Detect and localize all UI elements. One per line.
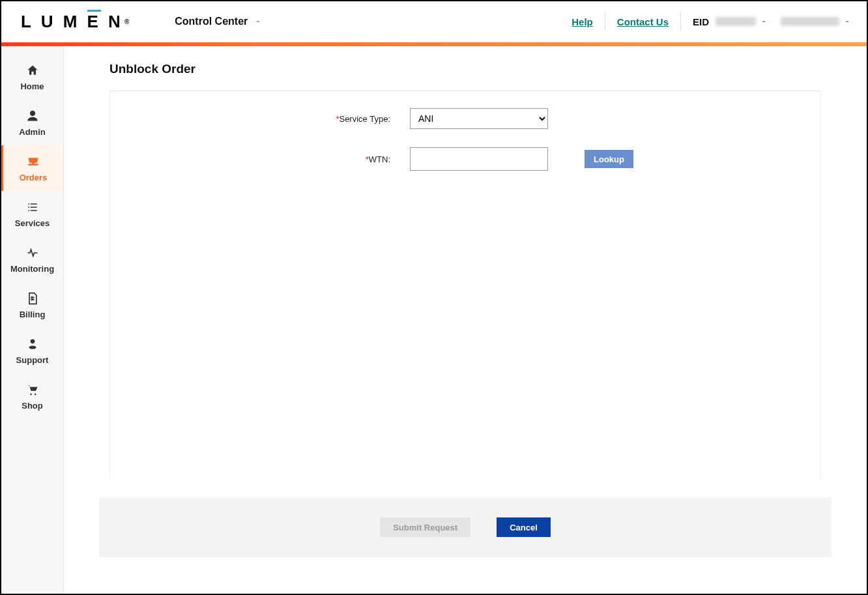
form-panel: *Service Type: ANI *WTN: Lookup [109,91,821,479]
help-link[interactable]: Help [560,16,605,27]
sidebar-item-label: Admin [19,127,45,137]
footer-bar: Submit Request Cancel [99,497,832,557]
eid-dropdown[interactable]: EID [681,16,768,27]
app-dropdown[interactable]: Control Center [175,16,262,27]
lookup-button[interactable]: Lookup [585,150,633,168]
header-links: Help Contact Us EID [560,12,851,31]
svg-text:$: $ [30,295,33,302]
contact-link[interactable]: Contact Us [605,16,680,27]
logo: L U M E N® [21,12,129,32]
sidebar-item-label: Support [16,355,49,365]
sidebar-item-billing[interactable]: $ Billing [1,282,63,328]
redacted-text [716,17,756,26]
list-icon [25,200,40,214]
wtn-row: *WTN: Lookup [110,147,820,171]
activity-icon [25,246,40,260]
home-icon [25,63,40,78]
eid-label: EID [681,16,712,27]
sidebar-item-label: Shop [22,401,43,411]
service-type-label: *Service Type: [110,114,410,124]
main: Unblock Order *Service Type: ANI *WTN: [64,46,867,594]
redacted-text [781,17,839,26]
sidebar: Home Admin Orders Services Monitoring $ … [1,46,64,594]
sidebar-item-monitoring[interactable]: Monitoring [1,237,63,282]
sidebar-item-services[interactable]: Services [1,191,63,237]
support-icon [25,337,40,351]
cart-icon [25,383,40,397]
wtn-input[interactable] [410,147,548,171]
wtn-label: *WTN: [110,154,410,164]
sidebar-item-support[interactable]: Support [1,328,63,373]
user-dropdown[interactable] [768,17,851,26]
inbox-icon [26,154,40,169]
sidebar-item-label: Monitoring [10,264,54,274]
sidebar-item-label: Billing [20,310,46,319]
sidebar-item-shop[interactable]: Shop [1,373,63,419]
chevron-down-icon [760,18,768,25]
sidebar-item-label: Orders [20,173,48,182]
user-icon [25,109,40,123]
sidebar-item-home[interactable]: Home [1,54,63,100]
sidebar-item-label: Home [20,81,44,91]
sidebar-item-admin[interactable]: Admin [1,100,63,145]
document-dollar-icon: $ [25,291,40,306]
chevron-down-icon [254,18,262,25]
app-dropdown-label: Control Center [175,16,248,27]
cancel-button[interactable]: Cancel [497,517,551,537]
service-type-select[interactable]: ANI [410,108,548,129]
service-type-row: *Service Type: ANI [110,108,820,129]
sidebar-item-label: Services [15,218,50,228]
page-title: Unblock Order [109,62,821,76]
submit-request-button: Submit Request [380,517,470,537]
sidebar-item-orders[interactable]: Orders [1,145,63,191]
chevron-down-icon [843,18,851,25]
header: L U M E N® Control Center Help Contact U… [1,1,867,42]
